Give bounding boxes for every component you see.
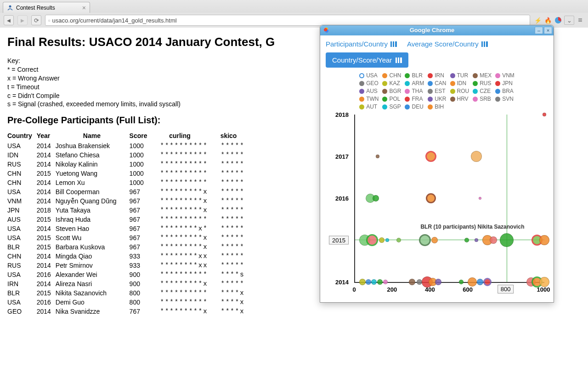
bubble[interactable]	[477, 279, 483, 285]
legend-item[interactable]: POL	[382, 96, 401, 102]
legend-item[interactable]: FRA	[405, 96, 424, 102]
bubble[interactable]	[435, 279, 441, 285]
cell: 967	[121, 196, 152, 206]
legend-item[interactable]: EST	[428, 88, 446, 94]
cell: ********x*	[152, 224, 213, 233]
cell: 967	[121, 187, 152, 196]
popup-titlebar[interactable]: Google Chrome – ×	[320, 25, 554, 35]
bubble[interactable]	[376, 155, 379, 158]
bubble[interactable]	[500, 233, 514, 247]
menu-icon[interactable]: ≡	[576, 16, 584, 24]
chart[interactable]: 20142015201620172018 BLR (10 participant…	[326, 113, 548, 297]
legend-item[interactable]: SVN	[495, 96, 514, 102]
legend-item[interactable]: BLR	[405, 72, 424, 79]
bubble[interactable]	[543, 113, 546, 116]
tab-participants[interactable]: Participants/Country	[326, 40, 397, 48]
cell: 2014	[37, 141, 56, 150]
legend-item[interactable]: IDN	[450, 80, 469, 86]
chevron-down-icon[interactable]: ⌄	[564, 16, 574, 25]
legend-item[interactable]: CAN	[428, 80, 446, 86]
cell: Barbara Kuskova	[56, 242, 121, 252]
bubble[interactable]	[490, 236, 497, 244]
legend-item[interactable]: ROU	[450, 88, 469, 94]
legend-item[interactable]: DEU	[405, 104, 424, 110]
legend-dot-icon	[495, 73, 500, 78]
cell: USA	[7, 224, 37, 233]
back-button[interactable]: ◄	[4, 15, 14, 25]
bubble[interactable]	[425, 151, 436, 162]
legend-item[interactable]: KAZ	[382, 80, 401, 86]
tab-close-icon[interactable]: ×	[82, 4, 86, 12]
bubble[interactable]	[426, 193, 436, 203]
legend-item[interactable]: ARM	[405, 80, 424, 86]
bubble[interactable]	[431, 237, 438, 243]
legend-label: ARM	[412, 80, 424, 86]
legend-item[interactable]: BRA	[495, 88, 514, 94]
bubble[interactable]	[471, 151, 482, 162]
flame-icon[interactable]: 🔥	[544, 16, 552, 24]
legend-item[interactable]: TUR	[450, 72, 469, 79]
legend-item[interactable]: TWN	[359, 96, 379, 102]
bubble[interactable]	[379, 237, 384, 243]
bubble[interactable]	[396, 238, 401, 242]
bubble[interactable]	[464, 238, 469, 242]
cell: **********	[152, 288, 213, 298]
tab-avgscore[interactable]: Average Score/Country	[407, 40, 488, 48]
legend-item[interactable]: BIH	[428, 104, 446, 110]
legend-item[interactable]: AUS	[359, 88, 379, 94]
cell: 2015	[37, 233, 56, 242]
table-row: USA2014Bill Cooperman967*********x*****	[7, 187, 249, 196]
bubble[interactable]	[359, 279, 366, 285]
legend-item[interactable]: JPN	[495, 80, 514, 86]
cell: 2018	[37, 206, 56, 215]
legend-item[interactable]: USA	[359, 72, 379, 79]
x-tick: 200	[387, 286, 397, 293]
cell: Mingda Qiao	[56, 252, 121, 261]
legend-item[interactable]: RUS	[473, 80, 492, 86]
y-tick: 2018	[335, 111, 349, 118]
url-bar[interactable]: ▫ usaco.org/current/data/jan14_gold_resu…	[45, 15, 530, 26]
bubble[interactable]	[377, 279, 383, 285]
bubble[interactable]	[479, 197, 481, 200]
legend-label: TWN	[366, 96, 379, 102]
legend-item[interactable]: SRB	[473, 96, 492, 102]
bubble[interactable]	[385, 238, 389, 242]
browser-tab[interactable]: Contest Results ×	[3, 2, 90, 13]
legend-item[interactable]: UKR	[428, 96, 446, 102]
legend-item[interactable]: AUT	[359, 104, 379, 110]
bubble[interactable]	[383, 280, 388, 284]
minimize-button[interactable]: –	[535, 27, 543, 34]
bubble[interactable]	[366, 234, 378, 246]
legend-item[interactable]: VNM	[495, 72, 514, 79]
legend-item[interactable]: CHN	[382, 72, 401, 79]
cell: 2016	[37, 270, 56, 279]
plot-area[interactable]: BLR (10 participants) Nikita Sazanovich	[354, 115, 544, 283]
legend-item[interactable]: THA	[405, 88, 424, 94]
bubble[interactable]	[366, 279, 371, 285]
legend-item[interactable]: MEX	[473, 72, 492, 79]
bubble[interactable]	[371, 279, 377, 285]
cell: *****	[213, 279, 249, 288]
bubble[interactable]	[475, 238, 478, 242]
bubble[interactable]	[539, 235, 549, 245]
cell: *********x	[152, 233, 213, 242]
close-button[interactable]: ×	[544, 27, 552, 34]
legend-item[interactable]: HRV	[450, 96, 469, 102]
bubble[interactable]	[373, 195, 379, 201]
bubble[interactable]	[459, 280, 464, 284]
legend-item[interactable]: IRN	[428, 72, 446, 79]
legend-item[interactable]: GEO	[359, 80, 379, 86]
forward-button[interactable]: ►	[17, 15, 28, 25]
legend-item[interactable]: CZE	[473, 88, 492, 94]
reload-button[interactable]: ⟳	[31, 15, 41, 25]
legend-item[interactable]: BGR	[382, 88, 401, 94]
bubble[interactable]	[409, 279, 415, 285]
cell: 2014	[37, 252, 56, 261]
col-header: skico	[213, 131, 249, 141]
bolt-icon[interactable]: ⚡	[534, 16, 542, 24]
cell: Ishraq Huda	[56, 215, 121, 224]
tab-country-score-year[interactable]: Country/Score/Year	[326, 52, 408, 68]
legend-item[interactable]: SGP	[382, 104, 401, 110]
pie-icon[interactable]	[554, 16, 562, 24]
bubble[interactable]	[419, 234, 431, 246]
